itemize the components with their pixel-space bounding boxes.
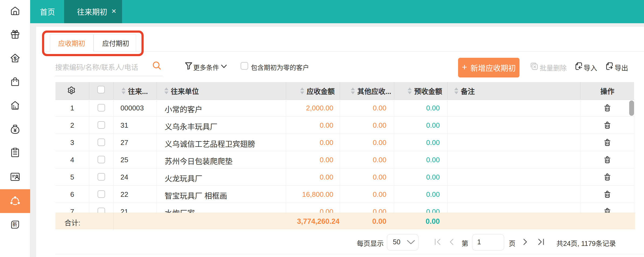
svg-text:$: $ <box>13 55 17 62</box>
svg-text:新: 新 <box>12 222 17 227</box>
